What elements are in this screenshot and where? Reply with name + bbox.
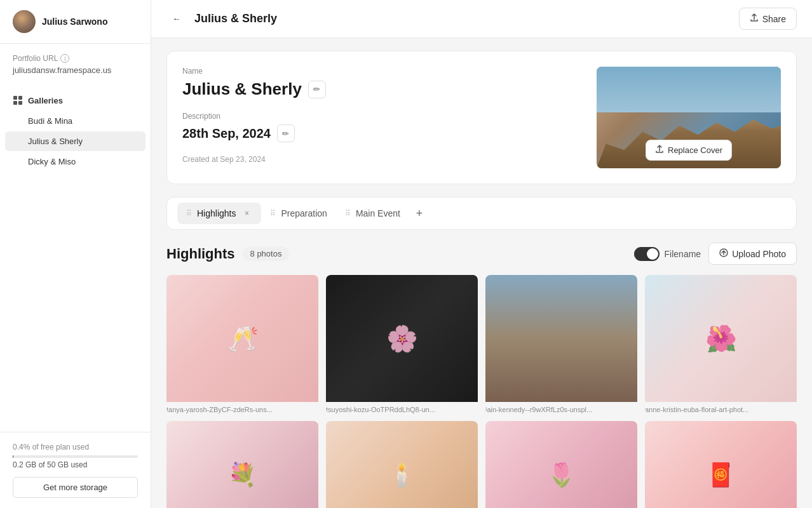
back-button[interactable]: ← xyxy=(166,9,187,29)
header-left: ← Julius & Sherly xyxy=(166,9,277,29)
gallery-info-left: Name Julius & Sherly ✏ Description 28th … xyxy=(182,67,597,164)
storage-detail-text: 0.2 GB of 50 GB used xyxy=(13,460,138,469)
photo-thumb-4 xyxy=(645,275,797,402)
filename-label: Filename xyxy=(665,249,701,259)
back-icon: ← xyxy=(172,14,180,23)
gallery-section-title: Highlights xyxy=(166,246,235,262)
photo-thumb-3 xyxy=(485,275,637,402)
list-item[interactable]: tsuyoshi-kozu-OoTPRddLhQ8-un... xyxy=(326,275,478,413)
content-area: Name Julius & Sherly ✏ Description 28th … xyxy=(151,38,812,508)
cover-image: Replace Cover xyxy=(597,67,781,168)
photo-thumb-2 xyxy=(326,275,478,402)
sidebar-item-budi-mina[interactable]: Budi & Mina xyxy=(5,111,145,131)
tab-preparation[interactable]: ⠿ Preparation xyxy=(261,203,335,224)
header-title: Julius & Sherly xyxy=(194,12,277,25)
header: ← Julius & Sherly Share xyxy=(151,0,812,38)
tab-highlights[interactable]: ⠿ Highlights × xyxy=(177,203,261,224)
gallery-description: 28th Sep, 2024 xyxy=(182,126,271,141)
svg-rect-1 xyxy=(18,96,22,100)
filename-toggle[interactable]: Filename xyxy=(634,247,701,261)
sidebar: Julius Sarwono Portfolio URL i juliusdan… xyxy=(0,0,151,508)
upload-photo-icon xyxy=(719,248,728,259)
list-item[interactable] xyxy=(485,421,637,508)
sidebar-nav: Galleries Budi & Mina Julius & Sherly Di… xyxy=(0,80,151,177)
photo-caption-4: anne-kristin-euba-floral-art-phot... xyxy=(645,402,797,413)
info-icon[interactable]: i xyxy=(60,54,69,63)
svg-rect-3 xyxy=(18,101,22,105)
photo-thumb-5 xyxy=(166,421,318,508)
list-item[interactable] xyxy=(166,421,318,508)
tab-close-highlights[interactable]: × xyxy=(241,208,252,219)
storage-bar xyxy=(13,455,138,458)
description-field-label: Description xyxy=(182,112,597,121)
gallery-info-card: Name Julius & Sherly ✏ Description 28th … xyxy=(166,51,797,184)
photo-caption-1: tanya-yarosh-ZByCF-zdeRs-uns... xyxy=(166,402,318,413)
portfolio-url-value: juliusdansw.framespace.us xyxy=(13,65,138,75)
avatar xyxy=(13,10,36,33)
portfolio-url-label: Portfolio URL i xyxy=(13,54,138,63)
replace-cover-button[interactable]: Replace Cover xyxy=(646,140,732,161)
edit-description-icon[interactable]: ✏ xyxy=(277,124,295,142)
edit-name-icon[interactable]: ✏ xyxy=(308,81,326,98)
photo-thumb-1 xyxy=(166,275,318,402)
photo-thumb-6 xyxy=(326,421,478,508)
gallery-section-header: Highlights 8 photos Filename Upload Phot… xyxy=(166,243,797,265)
share-icon xyxy=(750,13,759,24)
storage-percent-text: 0.4% of free plan used xyxy=(13,443,138,451)
sidebar-footer: 0.4% of free plan used 0.2 GB of 50 GB u… xyxy=(0,432,151,508)
sidebar-user-section: Julius Sarwono xyxy=(0,0,151,44)
svg-rect-0 xyxy=(13,96,17,100)
galleries-section-header: Galleries xyxy=(0,90,151,110)
tab-main-event[interactable]: ⠿ Main Event xyxy=(336,203,409,224)
photo-grid: tanya-yarosh-ZByCF-zdeRs-uns... tsuyoshi… xyxy=(166,275,797,508)
photo-caption-3: iain-kennedy--r9wXRfLz0s-unspl... xyxy=(485,402,637,413)
created-at: Created at Sep 23, 2024 xyxy=(182,155,597,164)
list-item[interactable]: iain-kennedy--r9wXRfLz0s-unspl... xyxy=(485,275,637,413)
share-button[interactable]: Share xyxy=(739,8,797,30)
get-more-storage-button[interactable]: Get more storage xyxy=(13,477,138,498)
photo-caption-2: tsuyoshi-kozu-OoTPRddLhQ8-un... xyxy=(326,402,478,413)
list-item[interactable]: tanya-yarosh-ZByCF-zdeRs-uns... xyxy=(166,275,318,413)
main-content: ← Julius & Sherly Share Name Julius & Sh… xyxy=(151,0,812,508)
sidebar-item-dicky-miso[interactable]: Dicky & Miso xyxy=(5,152,145,171)
toggle-switch[interactable] xyxy=(634,247,660,261)
storage-bar-fill xyxy=(13,455,13,458)
sidebar-item-julius-sherly[interactable]: Julius & Sherly xyxy=(5,131,145,151)
portfolio-url-section: Portfolio URL i juliusdansw.framespace.u… xyxy=(0,44,151,80)
gallery-section-title-row: Highlights 8 photos xyxy=(166,246,289,262)
list-item[interactable] xyxy=(326,421,478,508)
description-field-row: 28th Sep, 2024 ✏ xyxy=(182,124,597,142)
svg-rect-2 xyxy=(13,101,17,105)
tab-drag-icon-highlights: ⠿ xyxy=(186,209,192,218)
list-item[interactable]: anne-kristin-euba-floral-art-phot... xyxy=(645,275,797,413)
tab-drag-icon-main-event: ⠿ xyxy=(345,209,351,218)
photo-thumb-7 xyxy=(485,421,637,508)
photo-count-badge: 8 photos xyxy=(243,246,290,261)
name-field-label: Name xyxy=(182,67,597,76)
upload-photo-button[interactable]: Upload Photo xyxy=(708,243,797,265)
add-tab-button[interactable]: + xyxy=(409,203,430,224)
photo-thumb-8 xyxy=(645,421,797,508)
sidebar-username: Julius Sarwono xyxy=(42,17,107,27)
grid-icon xyxy=(13,95,23,105)
tab-drag-icon-preparation: ⠿ xyxy=(270,209,276,218)
name-field-row: Julius & Sherly ✏ xyxy=(182,79,597,99)
replace-cover-icon xyxy=(655,145,664,156)
list-item[interactable] xyxy=(645,421,797,508)
gallery-name: Julius & Sherly xyxy=(182,79,302,99)
section-actions: Filename Upload Photo xyxy=(634,243,797,265)
tabs-bar: ⠿ Highlights × ⠿ Preparation ⠿ Main Even… xyxy=(166,197,797,230)
